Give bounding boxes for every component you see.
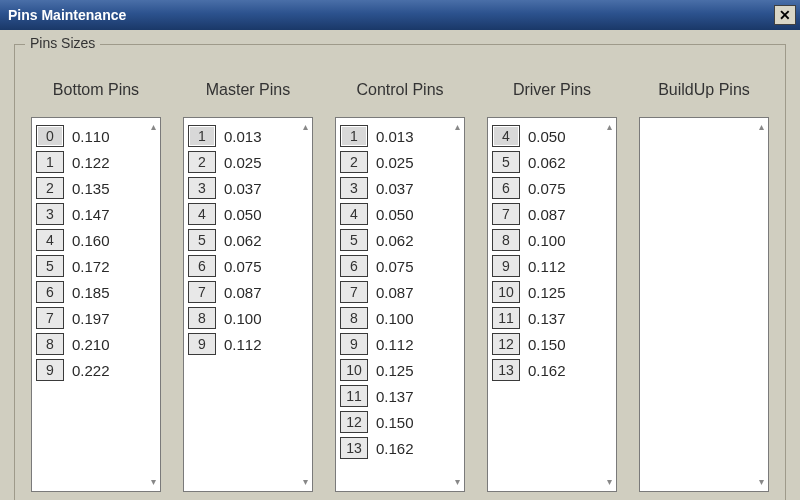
pin-index-cell[interactable]: 9: [492, 255, 520, 277]
scroll-up-icon[interactable]: ▴: [604, 122, 614, 132]
scroll-down-icon[interactable]: ▾: [756, 477, 766, 487]
pin-listbox[interactable]: ▴40.05050.06260.07570.08780.10090.112100…: [487, 117, 617, 492]
pin-row[interactable]: 30.147: [36, 201, 144, 227]
scroll-up-icon[interactable]: ▴: [300, 122, 310, 132]
pin-index-cell[interactable]: 3: [36, 203, 64, 225]
pin-row[interactable]: 40.050: [340, 201, 448, 227]
pin-row[interactable]: 10.013: [188, 123, 296, 149]
pin-index-cell[interactable]: 3: [340, 177, 368, 199]
pin-listbox[interactable]: ▴10.01320.02530.03740.05050.06260.07570.…: [335, 117, 465, 492]
pin-row[interactable]: 120.150: [340, 409, 448, 435]
pin-index-cell[interactable]: 1: [36, 151, 64, 173]
pin-row[interactable]: 90.112: [188, 331, 296, 357]
pin-listbox[interactable]: ▴00.11010.12220.13530.14740.16050.17260.…: [31, 117, 161, 492]
pin-row[interactable]: 70.197: [36, 305, 144, 331]
scroll-down-icon[interactable]: ▾: [452, 477, 462, 487]
pin-row[interactable]: 60.075: [340, 253, 448, 279]
pin-row[interactable]: 40.160: [36, 227, 144, 253]
pin-row[interactable]: 60.185: [36, 279, 144, 305]
pin-row[interactable]: 50.062: [340, 227, 448, 253]
pin-row[interactable]: 60.075: [492, 175, 600, 201]
pin-index-cell[interactable]: 6: [340, 255, 368, 277]
pin-index-cell[interactable]: 5: [340, 229, 368, 251]
pin-row[interactable]: 80.100: [188, 305, 296, 331]
scroll-down-icon[interactable]: ▾: [148, 477, 158, 487]
pin-row[interactable]: 90.112: [492, 253, 600, 279]
pin-row[interactable]: 80.210: [36, 331, 144, 357]
pin-row[interactable]: 00.110: [36, 123, 144, 149]
pin-row[interactable]: 30.037: [340, 175, 448, 201]
pin-row[interactable]: 20.135: [36, 175, 144, 201]
pin-index-cell[interactable]: 5: [188, 229, 216, 251]
pin-index-cell[interactable]: 10: [340, 359, 368, 381]
pin-index-cell[interactable]: 7: [188, 281, 216, 303]
pin-row[interactable]: 80.100: [492, 227, 600, 253]
pin-row[interactable]: 130.162: [340, 435, 448, 461]
pin-index-cell[interactable]: 7: [492, 203, 520, 225]
titlebar[interactable]: Pins Maintenance ✕: [0, 0, 800, 30]
pin-row[interactable]: 50.062: [188, 227, 296, 253]
pin-row[interactable]: 10.122: [36, 149, 144, 175]
pin-index-cell[interactable]: 12: [340, 411, 368, 433]
pin-index-cell[interactable]: 1: [340, 125, 368, 147]
pin-index-cell[interactable]: 9: [36, 359, 64, 381]
scroll-down-icon[interactable]: ▾: [300, 477, 310, 487]
pin-index-cell[interactable]: 13: [340, 437, 368, 459]
pin-row[interactable]: 20.025: [188, 149, 296, 175]
pin-index-cell[interactable]: 9: [340, 333, 368, 355]
pin-index-cell[interactable]: 6: [492, 177, 520, 199]
pin-index-cell[interactable]: 3: [188, 177, 216, 199]
pin-row[interactable]: 60.075: [188, 253, 296, 279]
pin-index-cell[interactable]: 4: [340, 203, 368, 225]
pin-row[interactable]: 90.222: [36, 357, 144, 383]
scroll-up-icon[interactable]: ▴: [756, 122, 766, 132]
pin-row[interactable]: 10.013: [340, 123, 448, 149]
pin-row[interactable]: 40.050: [492, 123, 600, 149]
scroll-up-icon[interactable]: ▴: [452, 122, 462, 132]
pin-row[interactable]: 50.172: [36, 253, 144, 279]
scroll-down-icon[interactable]: ▾: [604, 477, 614, 487]
pin-listbox[interactable]: ▴▾: [639, 117, 769, 492]
scroll-up-icon[interactable]: ▴: [148, 122, 158, 132]
pin-index-cell[interactable]: 0: [36, 125, 64, 147]
pin-index-cell[interactable]: 12: [492, 333, 520, 355]
pin-index-cell[interactable]: 7: [340, 281, 368, 303]
pin-row[interactable]: 40.050: [188, 201, 296, 227]
pin-index-cell[interactable]: 2: [340, 151, 368, 173]
pin-index-cell[interactable]: 5: [492, 151, 520, 173]
pin-index-cell[interactable]: 7: [36, 307, 64, 329]
pin-index-cell[interactable]: 11: [492, 307, 520, 329]
close-button[interactable]: ✕: [774, 5, 796, 25]
pin-index-cell[interactable]: 4: [492, 125, 520, 147]
pin-index-cell[interactable]: 11: [340, 385, 368, 407]
pin-index-cell[interactable]: 2: [36, 177, 64, 199]
pin-index-cell[interactable]: 1: [188, 125, 216, 147]
pin-row[interactable]: 70.087: [188, 279, 296, 305]
pin-row[interactable]: 120.150: [492, 331, 600, 357]
pin-row[interactable]: 130.162: [492, 357, 600, 383]
pin-row[interactable]: 20.025: [340, 149, 448, 175]
pin-index-cell[interactable]: 8: [188, 307, 216, 329]
pin-index-cell[interactable]: 4: [188, 203, 216, 225]
pin-row[interactable]: 100.125: [340, 357, 448, 383]
pin-row[interactable]: 110.137: [340, 383, 448, 409]
pin-index-cell[interactable]: 10: [492, 281, 520, 303]
pin-row[interactable]: 50.062: [492, 149, 600, 175]
pin-listbox[interactable]: ▴10.01320.02530.03740.05050.06260.07570.…: [183, 117, 313, 492]
pin-row[interactable]: 30.037: [188, 175, 296, 201]
pin-index-cell[interactable]: 13: [492, 359, 520, 381]
pin-index-cell[interactable]: 8: [340, 307, 368, 329]
pin-row[interactable]: 70.087: [340, 279, 448, 305]
pin-index-cell[interactable]: 9: [188, 333, 216, 355]
pin-index-cell[interactable]: 6: [36, 281, 64, 303]
pin-row[interactable]: 80.100: [340, 305, 448, 331]
pin-row[interactable]: 110.137: [492, 305, 600, 331]
pin-index-cell[interactable]: 6: [188, 255, 216, 277]
pin-row[interactable]: 70.087: [492, 201, 600, 227]
pin-index-cell[interactable]: 8: [492, 229, 520, 251]
pin-index-cell[interactable]: 4: [36, 229, 64, 251]
pin-row[interactable]: 90.112: [340, 331, 448, 357]
pin-index-cell[interactable]: 8: [36, 333, 64, 355]
pin-row[interactable]: 100.125: [492, 279, 600, 305]
pin-index-cell[interactable]: 5: [36, 255, 64, 277]
